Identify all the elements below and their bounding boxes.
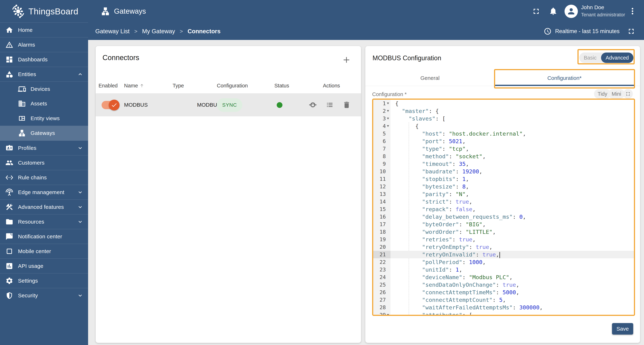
json-configuration-editor[interactable]: 1{2 "master": {3 "slaves": [4 {5 "host":… — [372, 99, 635, 316]
kebab-menu-button[interactable] — [628, 7, 637, 16]
page-title: Gateways — [101, 0, 146, 23]
editor-line-11: 11 "stopbits": 1, — [373, 175, 634, 183]
sidebar-item-customers[interactable]: Customers — [0, 155, 88, 170]
notification-center-icon — [6, 233, 13, 240]
rule-chains-icon — [6, 174, 13, 181]
chevron-down-icon — [77, 292, 84, 299]
breadcrumb-gateway-list[interactable]: Gateway List — [95, 28, 130, 35]
editor-line-4: 4 { — [373, 122, 634, 130]
chevron-up-icon — [77, 71, 84, 78]
notifications-bell-button[interactable] — [549, 7, 558, 16]
delete-button[interactable] — [342, 100, 352, 110]
sidebar-item-alarms[interactable]: Alarms — [0, 37, 88, 52]
fold-arrow-icon[interactable] — [387, 103, 389, 104]
logs-button[interactable] — [325, 100, 335, 110]
editor-line-5: 5 "host": "host.docker.internal", — [373, 130, 634, 137]
editor-line-7: 7 "type": "tcp", — [373, 145, 634, 153]
editor-line-28: 28 "waitAfterFailedAttemptsMs": 300000, — [373, 304, 634, 311]
sidebar-item-dashboards[interactable]: Dashboards — [0, 52, 88, 67]
sidebar-item-label: API usage — [18, 263, 43, 269]
fold-arrow-icon[interactable] — [387, 110, 389, 112]
editor-line-18: 18 "wordOrder": "LITTLE", — [373, 228, 634, 236]
api-usage-icon — [6, 262, 13, 270]
breadcrumb: Gateway List > My Gateway > Connectors — [95, 28, 220, 35]
editor-line-16: 16 "delay_between_requests_ms": 0, — [373, 213, 634, 220]
editor-line-29: 29 "attributes": [ — [373, 311, 634, 316]
sidebar-item-entities[interactable]: Entities — [0, 67, 88, 82]
breadcrumb-connectors: Connectors — [188, 28, 220, 35]
mini-button[interactable]: Mini — [608, 89, 625, 99]
sidebar-item-label: Rule chains — [18, 174, 47, 181]
sidebar-item-devices[interactable]: Devices — [0, 82, 88, 96]
editor-line-23: 23 "unitId": 1, — [373, 266, 634, 273]
sidebar-item-rule-chains[interactable]: Rule chains — [0, 170, 88, 185]
table-row[interactable]: MODBUSMODBUSSYNC — [96, 93, 361, 116]
editor-line-1: 1{ — [373, 100, 634, 107]
sidebar-item-mobile-center[interactable]: Mobile center — [0, 244, 88, 258]
chevron-down-icon — [77, 145, 84, 151]
fullscreen-button[interactable] — [532, 7, 540, 16]
editor-line-13: 13 "parity": "N", — [373, 190, 634, 198]
tab-configuration[interactable]: Configuration* — [494, 70, 634, 86]
sidebar-item-label: Entities — [18, 71, 36, 77]
status-indicator — [277, 102, 282, 108]
timewindow-button[interactable]: Realtime - last 15 minutes — [544, 27, 635, 36]
thingsboard-logo[interactable]: ThingsBoard — [11, 3, 78, 20]
column-header-enabled[interactable]: Enabled — [98, 80, 118, 91]
sidebar-item-label: Assets — [30, 101, 47, 107]
sidebar-item-security[interactable]: Security — [0, 288, 88, 303]
entity-views-icon — [18, 114, 26, 122]
column-header-name[interactable]: Name — [124, 80, 144, 91]
fold-arrow-icon[interactable] — [387, 314, 389, 316]
sidebar-item-home[interactable]: Home — [0, 23, 88, 37]
sidebar-item-entity-views[interactable]: Entity views — [0, 111, 88, 126]
editor-line-6: 6 "port": 5021, — [373, 137, 634, 145]
sidebar: HomeAlarmsDashboardsEntitiesDevicesAsset… — [0, 23, 88, 345]
sidebar-item-assets[interactable]: Assets — [0, 96, 88, 111]
sidebar-item-edge-management[interactable]: Edge management — [0, 185, 88, 199]
delete-icon — [342, 101, 351, 109]
add-connector-button[interactable] — [342, 55, 351, 65]
enabled-toggle[interactable] — [102, 100, 120, 110]
fold-arrow-icon[interactable] — [387, 118, 389, 119]
sidebar-item-label: Entity views — [30, 115, 60, 121]
profiles-icon — [6, 144, 13, 152]
gateways-icon — [18, 129, 26, 137]
fold-arrow-icon[interactable] — [387, 125, 389, 127]
sidebar-item-advanced-features[interactable]: Advanced features — [0, 199, 88, 214]
sidebar-item-api-usage[interactable]: API usage — [0, 258, 88, 273]
column-header-configuration[interactable]: Configuration — [217, 80, 248, 91]
sidebar-item-resources[interactable]: Resources — [0, 214, 88, 229]
sidebar-item-label: Settings — [18, 278, 38, 284]
home-icon — [6, 26, 13, 34]
editor-line-19: 19 "retries": true, — [373, 236, 634, 243]
column-header-status[interactable]: Status — [274, 80, 289, 91]
mode-basic-option[interactable]: Basic — [579, 55, 601, 61]
sidebar-item-notification-center[interactable]: Notification center — [0, 229, 88, 244]
user-role: Tenant administrator — [581, 12, 625, 18]
column-header-type[interactable]: Type — [172, 80, 184, 91]
sidebar-item-settings[interactable]: Settings — [0, 273, 88, 288]
rpc-button[interactable] — [308, 100, 318, 110]
sidebar-item-label: Security — [18, 292, 38, 299]
save-button[interactable]: Save — [612, 323, 633, 334]
devices-icon — [18, 85, 26, 93]
sidebar-item-profiles[interactable]: Profiles — [0, 141, 88, 155]
plus-icon — [342, 55, 351, 65]
mode-advanced-option[interactable]: Advanced — [601, 53, 634, 63]
brand-name: ThingsBoard — [28, 7, 78, 16]
connectors-title: Connectors — [102, 54, 139, 62]
user-avatar[interactable] — [564, 5, 578, 18]
connectors-card: Connectors Enabled Name Type Configurati… — [96, 46, 361, 343]
sidebar-item-gateways[interactable]: Gateways — [0, 126, 88, 141]
breadcrumb-my-gateway[interactable]: My Gateway — [142, 28, 175, 35]
editor-fullscreen-button[interactable] — [623, 89, 633, 99]
chevron-down-icon — [77, 204, 84, 210]
clock-icon — [544, 27, 552, 35]
tab-general[interactable]: General — [365, 70, 494, 86]
rpc-icon — [309, 101, 317, 109]
panel-title: MODBUS Configuration — [372, 54, 441, 62]
resources-icon — [6, 218, 13, 226]
user-info[interactable]: John Doe Tenant administrator — [581, 4, 625, 18]
dashboard-fullscreen-icon[interactable] — [627, 27, 635, 36]
